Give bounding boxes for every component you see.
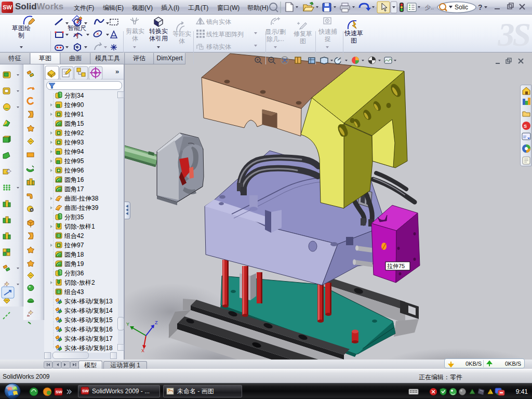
svg-text:X: X	[141, 348, 144, 353]
svg-text:Y: Y	[126, 322, 129, 327]
svg-text:SW: SW	[56, 390, 62, 394]
svg-text:SW: SW	[82, 389, 89, 393]
svg-text:少..: 少..	[425, 4, 434, 10]
svg-text:!: !	[489, 390, 490, 394]
svg-text:?: ?	[478, 3, 483, 11]
svg-text:拉伸75: 拉伸75	[387, 263, 405, 269]
svg-text:Z: Z	[155, 320, 158, 325]
svg-text:S: S	[524, 124, 527, 129]
svg-text:Solic: Solic	[455, 4, 468, 11]
